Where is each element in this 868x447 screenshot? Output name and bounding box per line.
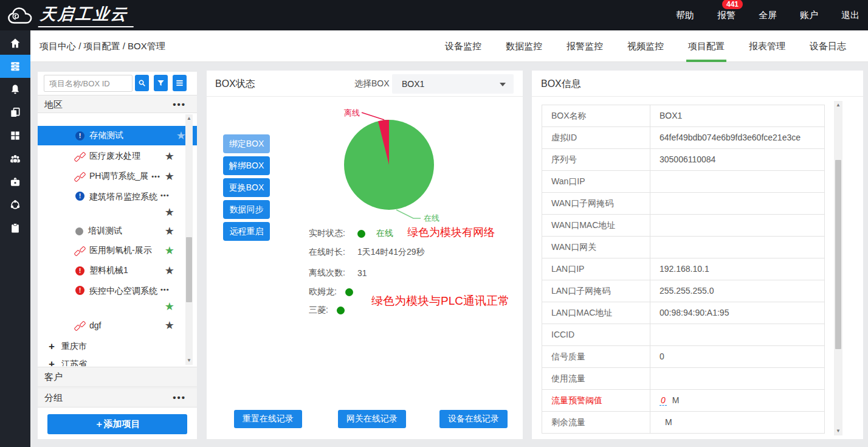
tree-scroll-thumb[interactable] — [186, 237, 192, 302]
tree-item[interactable]: 医用制氧机-展示 ••• — [38, 241, 185, 260]
favorite-star-icon[interactable] — [165, 226, 174, 237]
row-label: WAN口子网掩码 — [542, 193, 650, 214]
fullscreen-menu-item[interactable]: 全屏 — [759, 10, 777, 21]
tree-item[interactable]: 医疗废水处理 ••• — [38, 147, 185, 166]
favorite-star-icon[interactable] — [165, 151, 174, 162]
replace-box-button[interactable]: 更换BOX — [223, 178, 270, 197]
account-menu-item[interactable]: 账户 — [800, 10, 818, 21]
search-button[interactable] — [135, 75, 149, 91]
more-dots-icon[interactable]: ••• — [160, 192, 170, 199]
project-tree: 水处理系统-线 ••• 存储测试 ••• 医疗废水处理 ••• PH调节系统_展 — [38, 114, 197, 366]
gateway-online-record-button[interactable]: 网关在线记录 — [338, 410, 406, 428]
row-value-cell: 305006110084 — [650, 149, 824, 170]
tab-project-config[interactable]: 项目配置 — [688, 30, 725, 62]
tree-item[interactable]: 江苏省 ••• — [38, 355, 185, 366]
info-scrollbar[interactable]: ▲ ▼ — [834, 101, 842, 435]
region-more-icon[interactable]: ••• — [173, 95, 186, 113]
device-online-record-button[interactable]: 设备在线记录 — [439, 410, 508, 428]
row-value[interactable]: BOX1 — [660, 111, 682, 120]
tab-alarm-monitor[interactable]: 报警监控 — [567, 30, 603, 62]
favorite-star-icon[interactable] — [165, 265, 174, 276]
tree-item[interactable]: 水处理系统-线 ••• — [38, 114, 185, 118]
project-tree-icon[interactable] — [0, 55, 30, 78]
group-more-icon[interactable]: ••• — [173, 388, 186, 407]
tree-item[interactable]: 建筑塔吊监控系统 ••• — [38, 187, 185, 221]
add-project-button[interactable]: ＋添加项目 — [47, 414, 187, 434]
row-value[interactable]: 305006110084 — [660, 154, 715, 164]
data-sync-button[interactable]: 数据同步 — [223, 200, 270, 219]
more-dots-icon[interactable]: ••• — [160, 286, 170, 293]
reset-online-record-button[interactable]: 重置在线记录 — [234, 410, 302, 428]
scroll-down-icon[interactable]: ▼ — [185, 357, 193, 364]
tree-item[interactable]: 重庆市 ••• — [38, 337, 185, 356]
table-row: ICCID — [542, 324, 824, 346]
online-callout-label: 在线 — [424, 213, 439, 223]
status-icon — [75, 246, 84, 255]
row-value[interactable]: 00:98:94:90:A1:95 — [660, 308, 729, 317]
favorite-star-icon[interactable] — [165, 320, 174, 331]
documents-icon[interactable] — [0, 101, 30, 124]
list-menu-button[interactable] — [173, 75, 187, 91]
row-value-cell: 192.168.10.1 — [650, 258, 824, 280]
tab-device-log[interactable]: 设备日志 — [810, 30, 846, 62]
tree-item[interactable]: 存储测试 ••• — [38, 126, 197, 145]
tree-item[interactable]: 塑料机械1 ••• — [38, 261, 185, 280]
home-icon[interactable] — [0, 32, 30, 55]
alarm-bell-icon[interactable] — [0, 78, 30, 101]
online-duration-row: 在线时长: 1天14时41分29秒 — [309, 246, 425, 258]
tab-device-monitor[interactable]: 设备监控 — [445, 30, 481, 62]
row-value-cell: 0M — [650, 390, 824, 411]
users-icon[interactable] — [0, 147, 30, 170]
row-label: 虚拟ID — [542, 127, 650, 148]
more-dots-icon[interactable]: ••• — [151, 173, 160, 180]
tab-video-monitor[interactable]: 视频监控 — [627, 30, 664, 62]
tree-scrollbar[interactable]: ▲ ▼ — [185, 114, 193, 365]
brand-logo[interactable]: 天启工业云 — [6, 4, 134, 27]
favorite-star-icon[interactable] — [165, 245, 174, 256]
favorite-star-icon[interactable] — [165, 207, 174, 218]
row-value[interactable]: 64fef49bdb074e6b9fd3e60fce21e3ce — [660, 133, 801, 142]
row-value[interactable]: 255.255.255.0 — [660, 286, 714, 296]
favorite-star-icon[interactable] — [165, 171, 174, 182]
alarm-menu-item[interactable]: 报警 441 — [717, 10, 735, 21]
info-scroll-thumb[interactable] — [835, 160, 841, 349]
tab-report-manage[interactable]: 报表管理 — [749, 30, 785, 62]
omron-status-dot — [345, 288, 353, 296]
section-region[interactable]: 地区 ••• — [38, 95, 197, 113]
tab-data-monitor[interactable]: 数据监控 — [506, 30, 542, 62]
section-group[interactable]: 分组 ••• — [38, 387, 197, 407]
row-value[interactable]: 192.168.10.1 — [660, 264, 709, 274]
logout-menu-item[interactable]: 退出 — [841, 10, 859, 21]
remote-restart-button[interactable]: 远程重启 — [223, 222, 270, 241]
scroll-up-icon[interactable]: ▲ — [185, 115, 193, 122]
toolbox-icon[interactable] — [0, 170, 30, 193]
box-info-header: BOX信息 — [532, 71, 863, 97]
filter-button[interactable] — [154, 75, 168, 91]
row-unit: M — [665, 417, 672, 427]
scroll-down-icon[interactable]: ▼ — [834, 428, 842, 435]
search-input[interactable] — [44, 75, 133, 92]
section-customer[interactable]: 客户 — [38, 367, 197, 387]
favorite-star-icon[interactable] — [165, 301, 174, 312]
favorite-star-icon[interactable] — [176, 130, 186, 141]
tree-item[interactable]: 疾控中心空调系统 ••• — [38, 282, 185, 316]
bind-box-button[interactable]: 绑定BOX — [223, 134, 270, 153]
reports-clipboard-icon[interactable] — [0, 217, 30, 240]
box-info-title: BOX信息 — [541, 71, 581, 97]
unbind-box-button[interactable]: 解绑BOX — [223, 156, 270, 175]
row-value[interactable]: 0 — [660, 395, 667, 406]
row-value[interactable]: 0 — [660, 352, 664, 361]
row-label: WAN口网关 — [542, 237, 650, 258]
help-menu-item[interactable]: 帮助 — [676, 10, 694, 21]
row-value-cell — [650, 193, 824, 214]
status-icon — [75, 266, 84, 275]
offline-callout-label: 离线 — [344, 108, 360, 117]
integration-icon[interactable] — [0, 193, 30, 217]
tree-item[interactable]: PH调节系统_展 ••• — [38, 167, 185, 186]
scroll-up-icon[interactable]: ▲ — [834, 102, 842, 109]
apps-grid-icon[interactable] — [0, 124, 30, 147]
tree-item[interactable]: 培训测试 ••• — [38, 221, 185, 241]
tree-item[interactable]: dgf ••• — [38, 316, 185, 335]
box-select-dropdown[interactable]: BOX1 — [392, 74, 514, 94]
search-icon — [138, 79, 146, 87]
